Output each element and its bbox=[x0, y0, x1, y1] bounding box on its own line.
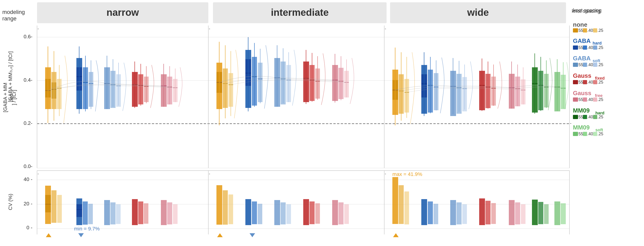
legend-gabasoft-label: GABA bbox=[573, 55, 591, 62]
y-tick-0.6: 0.6- bbox=[24, 34, 32, 39]
legend-gaussfree-40-swatch bbox=[583, 97, 587, 102]
narrow-header: narrow bbox=[106, 7, 139, 18]
int-cv-bluelight55 bbox=[274, 200, 280, 225]
legend-none-55-swatch bbox=[573, 28, 578, 33]
cv-dash-2: - bbox=[209, 172, 210, 176]
cv-tick-0: 0 - bbox=[26, 225, 32, 230]
y-tick-0.0: 0.0- bbox=[24, 163, 32, 169]
cv-dash-3: - bbox=[385, 172, 386, 176]
legend-gabahard-40-label: .40 bbox=[587, 45, 593, 50]
wide-cv-pink25 bbox=[521, 204, 526, 224]
narrow-cv-bluelight55 bbox=[104, 200, 110, 225]
wide-cv-pink55 bbox=[509, 200, 514, 225]
knot-spacing-header: knot spacing bbox=[573, 8, 602, 13]
narrow-cv-bluelight40 bbox=[110, 202, 116, 224]
narrow-cv-bluedark25 bbox=[88, 204, 93, 224]
cv-tick-40: 40 - bbox=[24, 176, 32, 182]
legend-gabahard-label: GABA bbox=[573, 37, 591, 44]
int-cv-orange25 bbox=[228, 194, 233, 224]
wide-cv-bluelight40 bbox=[456, 202, 462, 224]
legend-gaussfree-25-label: .25 bbox=[598, 97, 603, 102]
legend-gabahard-25-label: .25 bbox=[598, 45, 603, 50]
legend-gabahard-25-swatch bbox=[593, 46, 597, 50]
main-chart: modeling range narrow intermediate wide … bbox=[0, 0, 644, 246]
legend-none-25-label: .25 bbox=[598, 28, 603, 33]
int-cv-pink55 bbox=[332, 200, 338, 225]
legend-mm09hard-40-swatch bbox=[583, 115, 587, 119]
int-cv-bluedark55 bbox=[246, 199, 251, 225]
legend-gaussfree-55-swatch bbox=[573, 97, 578, 102]
wide-cv-reddark25 bbox=[491, 203, 496, 224]
wide-cv-greenlight55 bbox=[554, 201, 560, 225]
int-cv-reddark25 bbox=[315, 203, 320, 224]
y-label-gaba: [GABA + MM₃꜀ₒ] / [tCr] bbox=[8, 51, 13, 102]
narrow-cv-min-label: min = 9.7% bbox=[74, 226, 100, 232]
narrow-cv-pink25 bbox=[173, 204, 178, 224]
int-cv-bluedark25 bbox=[258, 204, 262, 224]
intermediate-header: intermediate bbox=[271, 7, 329, 18]
wide-cv-reddark55 bbox=[479, 198, 485, 225]
cv-dash-1: - bbox=[38, 172, 39, 176]
modeling-range-label2: range bbox=[2, 15, 16, 22]
dashed-line-right-dash: - bbox=[570, 121, 572, 126]
legend-mm09hard-55-label: 55 bbox=[578, 115, 583, 119]
legend-gabasoft-40-label: .40 bbox=[587, 62, 593, 67]
legend-gaussfixed-55-label: 55 bbox=[578, 80, 583, 84]
legend-mm09hard-40-label: .40 bbox=[587, 115, 593, 119]
legend-gabasoft-40-swatch bbox=[583, 63, 587, 67]
narrow-cv-bluedark55-iqr bbox=[76, 204, 82, 217]
narrow-cv-bluelight25 bbox=[116, 204, 120, 224]
legend-gabasoft-25-label: .25 bbox=[598, 62, 603, 67]
legend-gaussfixed-label: Gauss bbox=[573, 72, 592, 79]
wide-cv-pink40 bbox=[515, 202, 520, 224]
wide-cv-bluelight55 bbox=[450, 200, 456, 225]
int-cv-reddark40 bbox=[310, 201, 314, 224]
legend-mm09soft-40-swatch bbox=[583, 132, 587, 136]
legend-gaussfree-55-label: 55 bbox=[578, 97, 583, 102]
legend-mm09soft-25-swatch bbox=[593, 132, 597, 136]
narrow-cv-reddark55 bbox=[132, 199, 138, 225]
narrow-cv-pink40 bbox=[167, 202, 172, 224]
narrow-cv-pink55 bbox=[161, 200, 167, 225]
legend-gabahard-40-swatch bbox=[583, 46, 587, 50]
narrow-cv-orange55-iqr bbox=[45, 195, 51, 212]
legend-none-label: none bbox=[573, 21, 587, 28]
legend-none-40-swatch bbox=[583, 28, 587, 33]
int-cv-pink40 bbox=[338, 202, 344, 224]
legend-gabasoft-55-swatch bbox=[573, 63, 578, 67]
legend-mm09hard-label: MM09 bbox=[573, 107, 590, 114]
narrow-cv-bluedark40 bbox=[83, 201, 88, 225]
narrow-cv-reddark25 bbox=[144, 203, 148, 224]
wide-cv-bluedark40 bbox=[428, 201, 433, 224]
int-cv-bluelight40 bbox=[280, 202, 286, 224]
legend-mm09soft-40-label: .40 bbox=[587, 132, 593, 136]
cv-tick-20: 20 - bbox=[24, 201, 32, 207]
wide-cv-orange25 bbox=[404, 191, 409, 224]
legend-gabahard-55-label: 55 bbox=[578, 45, 583, 50]
int-cv-reddark55 bbox=[303, 199, 309, 225]
wide-cv-orange40 bbox=[398, 185, 404, 224]
y-tick-0.4: 0.4- bbox=[24, 77, 32, 83]
narrow-cv-orange25 bbox=[57, 195, 62, 223]
wide-cv-greenlight40 bbox=[561, 203, 566, 224]
legend-gaussfixed-40-swatch bbox=[583, 80, 587, 84]
wide-cv-bluelight25 bbox=[462, 204, 467, 224]
legend-gaussfixed-25-swatch bbox=[593, 80, 597, 84]
wide-cv-max-label: max = 41.9% bbox=[392, 171, 422, 177]
wide-cv-bluedark55 bbox=[421, 199, 427, 225]
legend-none-25-swatch bbox=[593, 28, 597, 33]
narrow-cv-reddark40 bbox=[138, 201, 143, 224]
legend-gaussfixed-40-label: .40 bbox=[587, 80, 593, 84]
y-axis-cv-label: CV (%) bbox=[8, 194, 13, 210]
wide-cv-greendark40 bbox=[538, 202, 543, 224]
legend-gaussfree-25-swatch bbox=[593, 97, 597, 102]
legend-none-55-label: 55 bbox=[578, 28, 583, 33]
modeling-range-label: modeling bbox=[2, 9, 25, 15]
int-cv-orange40 bbox=[223, 190, 228, 225]
wide-cv-greendark55 bbox=[532, 200, 538, 225]
int-cv-bluelight25 bbox=[286, 204, 291, 224]
int-cv-orange55 bbox=[216, 185, 222, 225]
legend-gabasoft-25-swatch bbox=[593, 63, 597, 67]
narrow-cv-orange40 bbox=[52, 190, 56, 223]
legend-mm09soft-label: MM09 bbox=[573, 124, 590, 131]
